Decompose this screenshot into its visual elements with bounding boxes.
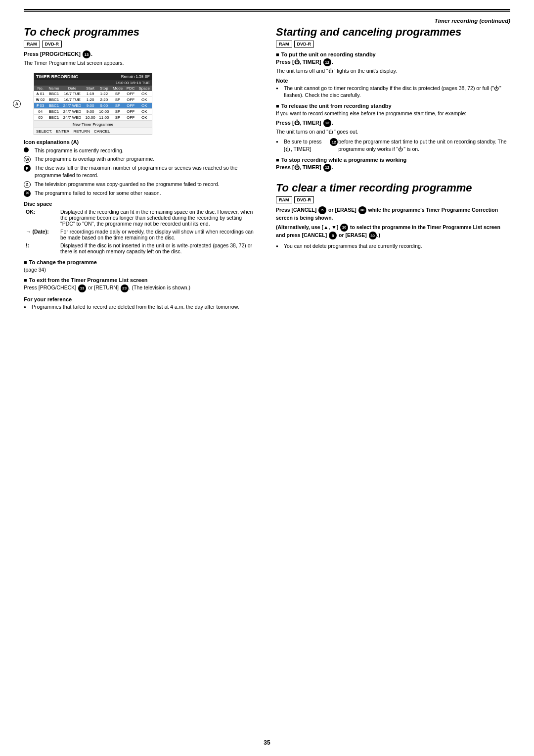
to-change-heading: To change the programme xyxy=(24,259,258,265)
select-label: SELECT: xyxy=(36,129,52,134)
badge-arrows-10: 10 xyxy=(340,224,348,232)
top-border-thin xyxy=(24,11,510,12)
badge-cancel-5b: 5 xyxy=(329,232,337,239)
col-mode: Mode xyxy=(111,86,125,91)
icon-bullet-1-text: This programme is currently recording. xyxy=(35,147,124,154)
left-column: To check programmes RAM DVD-R Press [PRO… xyxy=(24,26,258,310)
col-start: Start xyxy=(84,86,97,91)
return-label: RETURN xyxy=(74,129,90,134)
timer-table-row: W 02 BBC1 16/7 TUE 1:20 2:20 SP OFF OK xyxy=(34,96,152,102)
timer-table-header: No. Name Date Start Stop Mode PDC Space xyxy=(34,86,152,91)
enter-label: ENTER xyxy=(56,129,69,134)
unit-turns-off-text: The unit turns off and "⏻" lights on the… xyxy=(276,67,510,75)
page-number: 35 xyxy=(0,739,534,746)
row-space: OK xyxy=(136,96,152,102)
disc-ok-text: Displayed if the recording can fit in th… xyxy=(58,208,258,228)
row-stop: 9:00 xyxy=(97,102,111,108)
disc-exclaim-label: !: xyxy=(24,241,58,255)
row-space: OK xyxy=(136,91,152,97)
row-mode: SP xyxy=(111,114,125,120)
timer-screen-remain: Remain 1:58 SP xyxy=(121,74,150,79)
row-date: 24/7 WED xyxy=(61,114,83,120)
row-space: OK xyxy=(136,108,152,114)
press-timer2-heading: Press [⏻, TIMER] 12. xyxy=(276,119,510,127)
clear-section: To clear a timer recording programme RAM… xyxy=(276,182,510,250)
disc-date-label: → (Date): xyxy=(24,228,58,241)
disc-date-row: → (Date): For recordings made daily or w… xyxy=(24,228,258,241)
put-unit-heading: To put the unit on recording standby xyxy=(276,51,510,57)
row-mode: SP xyxy=(111,102,125,108)
timer-screen-sub: 1/10:00 1/9:18 TUE xyxy=(34,80,152,86)
w-circle-symbol: W xyxy=(24,155,35,163)
row-pdc: OFF xyxy=(125,91,136,97)
note-section: Note The unit cannot go to timer recordi… xyxy=(276,78,510,99)
timer-screen-new-programme: New Timer Programme xyxy=(34,121,152,128)
clear-note-bullet: You can not delete programmes that are c… xyxy=(276,242,510,250)
row-num: 04 xyxy=(34,108,46,114)
badge-ram-right: RAM xyxy=(276,41,292,47)
f-circle-symbol: F xyxy=(24,164,35,172)
to-exit-text: Press [PROG/CHECK] 13 or [RETURN] 23. (T… xyxy=(24,284,258,292)
timer-table-row: F 03 BBC1 24/7 WED 9:00 9:00 SP OFF OK xyxy=(34,102,152,108)
row-space: OK xyxy=(136,102,152,108)
badge-ram-clear: RAM xyxy=(276,196,292,203)
disc-date-text: For recordings made daily or weekly, the… xyxy=(58,228,258,241)
note-title: Note xyxy=(276,78,510,84)
clear-alt-text: (Alternatively, use [▲, ▼] 10 to select … xyxy=(276,224,510,239)
left-badge-row: RAM DVD-R xyxy=(24,41,258,47)
icon-bullet-1: This programme is currently recording. xyxy=(24,147,258,154)
badge-dvdr-left: DVD-R xyxy=(42,41,62,47)
row-name: BBC1 xyxy=(46,91,61,97)
press-progcheck-heading: Press [PROG/CHECK] 13. xyxy=(24,50,258,58)
note-bullet-1: The unit cannot go to timer recording st… xyxy=(276,85,510,99)
badge-dvdr-clear: DVD-R xyxy=(294,196,314,203)
disc-space-table: OK: Displayed if the recording can fit i… xyxy=(24,208,258,255)
page-header: Timer recording (continued) xyxy=(24,18,510,24)
clear-note-section: You can not delete programmes that are c… xyxy=(276,242,510,250)
release-text: If you want to record something else bef… xyxy=(276,110,510,117)
for-ref-section: For your reference Programmes that faile… xyxy=(24,296,258,311)
icon-bullet-2-text: The programme is overlap with another pr… xyxy=(35,155,154,163)
icon-bullets: This programme is currently recording. W… xyxy=(24,147,258,197)
icon-bullet-3: F The disc was full or the maximum numbe… xyxy=(24,164,258,179)
badge-erase-30a: 30 xyxy=(358,206,366,214)
icon-bullet-4-text: The television programme was copy-guarde… xyxy=(35,181,220,188)
badge-23: 23 xyxy=(121,284,129,292)
x-circle-symbol: ✕ xyxy=(24,189,35,197)
col-stop: Stop xyxy=(97,86,111,91)
press-stop-text: Press [⏻, TIMER] 12. xyxy=(276,164,510,172)
row-stop: 10:00 xyxy=(97,108,111,114)
page: Timer recording (continued) To check pro… xyxy=(0,0,534,756)
col-date: Date xyxy=(61,86,83,91)
timer-table-row: 05 BBC1 24/7 WED 10:00 11:00 SP OFF OK xyxy=(34,114,152,120)
row-name: BBC1 xyxy=(46,108,61,114)
press-timer-heading: Press [⏻, TIMER] 12. xyxy=(276,58,510,66)
disc-ok-label: OK: xyxy=(24,208,58,228)
release-heading: To release the unit from recording stand… xyxy=(276,103,510,109)
badge-12c: 12 xyxy=(330,138,338,146)
unit-turns-on-text: The unit turns on and "⏻" goes out. xyxy=(276,128,510,136)
for-ref-title: For your reference xyxy=(24,296,258,302)
disc-exclaim-row: !: Displayed if the disc is not inserted… xyxy=(24,241,258,255)
row-start: 9:00 xyxy=(84,102,97,108)
w-circle-icon: W xyxy=(24,156,31,163)
row-stop: 11:00 xyxy=(97,114,111,120)
to-change-text: (page 34) xyxy=(24,266,258,274)
a-label: A xyxy=(13,100,21,108)
row-name: BBC1 xyxy=(46,96,61,102)
icon-bullet-3-text: The disc was full or the maximum number … xyxy=(35,164,258,179)
row-mode: SP xyxy=(111,91,125,97)
filled-circle-symbol xyxy=(24,147,35,152)
row-space: OK xyxy=(136,114,152,120)
clear-section-title: To clear a timer recording programme xyxy=(276,182,510,194)
badge-12d: 12 xyxy=(323,164,331,172)
clear-main-text: Press [CANCEL] 5 or [ERASE] 30 while the… xyxy=(276,206,510,222)
icon-bullet-4: Z The television programme was copy-guar… xyxy=(24,181,258,188)
row-num: W 02 xyxy=(34,96,46,102)
disc-space-section: Disc space OK: Displayed if the recordin… xyxy=(24,201,258,255)
timer-table-row: 04 BBC1 24/7 WED 9:00 10:00 SP OFF OK xyxy=(34,108,152,114)
timer-screen: TIMER RECORDING Remain 1:58 SP 1/10:00 1… xyxy=(34,73,152,135)
f-bold-circle-icon: F xyxy=(24,165,31,172)
row-start: 1:19 xyxy=(84,91,97,97)
filled-circle-icon xyxy=(24,147,29,152)
